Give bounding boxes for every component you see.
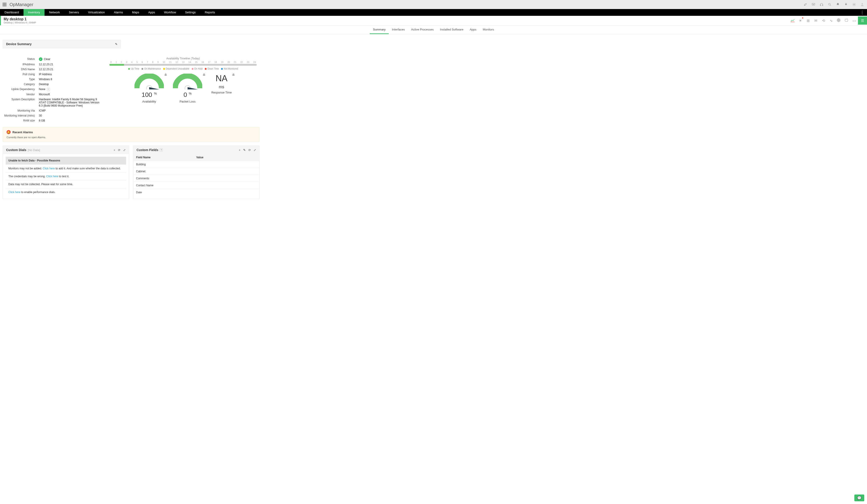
ds-row: Status✓Clear [3, 56, 109, 62]
custom-dials-subtitle: [No Data] [28, 149, 40, 152]
legend-item: Dependent Unavailable [163, 67, 190, 70]
nav-workflow[interactable]: Workflow [160, 9, 181, 16]
timeline-bar [109, 64, 257, 66]
nav-inventory[interactable]: Inventory [23, 9, 44, 16]
legend-item: Not Monitored [221, 67, 238, 70]
tab-interfaces[interactable]: Interfaces [389, 25, 408, 34]
tab-installed-software[interactable]: Installed Software [437, 25, 467, 34]
page-title: My desktop 1 [4, 17, 36, 21]
reason-row: Click here to enable performance dials. [6, 188, 126, 196]
user-icon[interactable] [860, 2, 864, 7]
breadcrumb: Desktop | Windows 8 | SNMP [4, 21, 36, 24]
globe-icon[interactable]: 🌐︎ [835, 17, 843, 25]
tab-active-processes[interactable]: Active Processes [408, 25, 437, 34]
refresh-icon[interactable]: ⟳ [248, 149, 251, 152]
headset-icon[interactable] [820, 2, 824, 7]
printer-icon[interactable]: 🖶 [203, 73, 205, 76]
ds-row: VendorMicrosoft [3, 92, 109, 97]
legend-item: On Maintenance [141, 67, 161, 70]
svg-marker-8 [149, 87, 159, 89]
gauge-response-time: 🖶NAmsResponse Time [211, 74, 232, 103]
nav-dashboard[interactable]: Dashboard [0, 9, 23, 16]
page-header: My desktop 1 Desktop | Windows 8 | SNMP … [0, 16, 867, 25]
reason-row: Monitors may not be added. Click here to… [6, 164, 126, 172]
nav-more-icon[interactable]: ⋮ [857, 10, 867, 15]
svg-rect-2 [822, 5, 823, 6]
nav-settings[interactable]: Settings [181, 9, 200, 16]
printer-icon[interactable]: 🖶 [232, 73, 235, 76]
nav-reports[interactable]: Reports [200, 9, 220, 16]
recent-alarms-card: 🔔 Recent Alarms Currently there are no o… [3, 127, 259, 142]
reason-link[interactable]: Click here [43, 167, 55, 170]
expand-icon[interactable]: ⤢ [254, 149, 256, 152]
printer-icon[interactable]: 🖶 [164, 73, 167, 76]
custom-dials-card: Custom Dials [No Data] + ⟳ ⤢ Unable to f… [3, 146, 129, 199]
reason-row: Data may not be collected. Please wait f… [6, 180, 126, 188]
plug-icon[interactable] [844, 2, 848, 7]
cf-row: Comments [133, 175, 259, 182]
tab-apps[interactable]: Apps [467, 25, 480, 34]
apps-icon[interactable] [3, 3, 6, 6]
sub-tabs: SummaryInterfacesActive ProcessesInstall… [0, 25, 867, 34]
nav-servers[interactable]: Servers [64, 9, 84, 16]
device-summary-title: Device Summary [6, 42, 32, 46]
cf-row: Building [133, 161, 259, 168]
gear-icon[interactable] [852, 2, 856, 7]
search-icon[interactable] [828, 2, 832, 7]
main-nav: DashboardInventoryNetworkServersVirtuali… [0, 9, 867, 16]
presentation-icon[interactable] [811, 2, 815, 7]
cf-header-name: Field Name [136, 156, 196, 159]
add-icon[interactable]: + [114, 149, 115, 152]
nav-maps[interactable]: Maps [128, 9, 144, 16]
mail-icon[interactable]: ✉ [812, 17, 820, 25]
top-bar: OpManager [0, 0, 867, 9]
ds-row: IPAddress12.12.23.21 [3, 62, 109, 67]
custom-dials-title: Custom Dials [6, 148, 26, 152]
pulse-icon[interactable]: ∿ [827, 17, 835, 25]
nav-alarms[interactable]: Alarms [109, 9, 128, 16]
nav-virtualization[interactable]: Virtualization [84, 9, 109, 16]
alert-icon[interactable]: ☀ [796, 17, 804, 25]
ds-row: RAM size8 GB [3, 118, 109, 123]
monitor-remove-icon[interactable]: 🖵 [843, 17, 850, 25]
device-summary-card: Device Summary ✎ [3, 40, 121, 48]
help-icon[interactable]: ? [160, 149, 163, 152]
reason-link[interactable]: Click here [46, 175, 58, 178]
reason-link[interactable]: Click here [8, 190, 20, 194]
refresh-icon[interactable]: ⟳ [118, 149, 120, 152]
svg-marker-10 [188, 87, 198, 89]
edit-icon[interactable]: ✎ [115, 42, 118, 46]
svg-point-5 [861, 3, 863, 4]
hamburger-icon[interactable]: ☰ [858, 17, 867, 25]
ds-row: CategoryDesktop [3, 82, 109, 87]
availability-title: Availability Timeline [167, 57, 190, 60]
nodes-icon[interactable]: ⊞ [804, 17, 812, 25]
custom-fields-title: Custom Fields [137, 148, 158, 152]
ds-row: System DescriptionHardware: Intel64 Fami… [3, 97, 109, 108]
cf-header-value: Value [196, 156, 203, 159]
nav-apps[interactable]: Apps [144, 9, 160, 16]
help-icon[interactable]: ? [47, 88, 50, 91]
tab-summary[interactable]: Summary [370, 25, 389, 34]
reason-row: The credentials may be wrong. Click here… [6, 172, 126, 180]
legend-item: On Hold [192, 67, 203, 70]
bell-icon[interactable] [836, 2, 840, 7]
brand-name: OpManager [10, 2, 33, 7]
ds-row: TypeWindows 8 [3, 77, 109, 82]
chart-icon[interactable] [789, 17, 796, 25]
expand-icon[interactable]: ⤢ [123, 149, 126, 152]
recent-alarms-msg: Currently there are no open Alarms. [7, 136, 256, 139]
tab-monitors[interactable]: Monitors [480, 25, 497, 34]
status-ok-icon: ✓ [39, 57, 43, 61]
cf-row: Date [133, 189, 259, 196]
terminal-icon[interactable]: ▭ [850, 17, 858, 25]
nav-network[interactable]: Network [44, 9, 64, 16]
recent-alarms-title: Recent Alarms [12, 131, 33, 134]
add-icon[interactable]: + [239, 149, 240, 152]
rocket-icon[interactable] [803, 2, 807, 7]
link-icon[interactable]: ⟲ [820, 17, 827, 25]
availability-panel: Availability Timeline (Today) 0123456789… [109, 56, 257, 123]
ds-row: DNS Name12.12.23.21 [3, 67, 109, 72]
custom-fields-card: Custom Fields ? + ✎ ⟳ ⤢ Field Name Value… [133, 146, 259, 199]
edit-icon[interactable]: ✎ [243, 149, 246, 152]
